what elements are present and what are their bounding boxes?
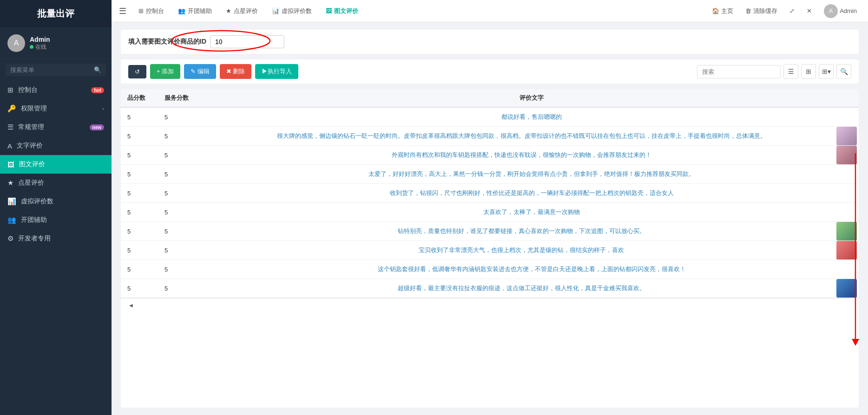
nav-admin-user[interactable]: A Admin xyxy=(820,2,861,20)
view-list-button[interactable]: ☰ xyxy=(783,64,798,79)
cell-review-text: 超级好看，最主要没有拉扯衣服的痕迹，这点做工还挺好，很人性化，真是千金难买我喜欢… xyxy=(204,279,859,298)
col-service: 服务分数 xyxy=(158,89,204,107)
nav-dashboard-icon: ⊞ xyxy=(138,7,144,14)
nav-star-review[interactable]: ★ 点星评价 xyxy=(220,4,263,18)
table-row: 55太喜欢了，太棒了，最满意一次购物 xyxy=(121,203,859,222)
sidebar-item-settings[interactable]: ☰ 常规管理 new xyxy=(0,118,112,136)
col-review-text: 评价文字 xyxy=(204,89,859,107)
sidebar-item-group-assist[interactable]: 👥 开团辅助 xyxy=(0,211,112,229)
refresh-button[interactable]: ↺ xyxy=(128,65,146,78)
cell-review-text: 很大牌的感觉，侧边镶的钻石一眨一眨的时尚。皮带扣皮革很高档跟大牌包包同款，很高档… xyxy=(204,127,859,146)
add-button[interactable]: + 添加 xyxy=(150,64,180,79)
table-row: 55宝贝收到了非常漂亮大气，也很上档次，尤其是镶的钻，很结实的样子，喜欢 xyxy=(121,241,859,260)
table-row: 55收到货了，钻很闪，尺寸也刚刚好，性价比还是挺高的，一辆好车必须得配一把上档次… xyxy=(121,184,859,203)
table-row: 55这个钥匙套很好看，低调奢华有内涵钥匙安装进去也方便，不管是白天还是晚上看，上… xyxy=(121,260,859,279)
col-score: 品分数 xyxy=(121,89,158,107)
search-icon: 🔍 xyxy=(94,66,101,73)
cell-service: 5 xyxy=(158,146,204,165)
cell-review-text: 宝贝收到了非常漂亮大气，也很上档次，尤其是镶的钻，很结实的样子，喜欢 xyxy=(204,241,859,260)
view-grid-button[interactable]: ⊞ xyxy=(801,64,816,79)
table-row: 55很大牌的感觉，侧边镶的钻石一眨一眨的时尚。皮带扣皮革很高档跟大牌包包同款，很… xyxy=(121,127,859,146)
permissions-icon: 🔑 xyxy=(7,104,16,113)
edit-button[interactable]: ✎ 编辑 xyxy=(184,64,216,79)
image-review-icon: 🖼 xyxy=(7,161,14,169)
table-header-row: 品分数 服务分数 评价文字 xyxy=(121,89,859,107)
text-icon: A xyxy=(7,142,12,150)
product-id-row: 填入需要图文评价商品的ID xyxy=(121,30,859,54)
cell-review-text: 都说好看，售后嗯嗯的 xyxy=(204,107,859,127)
nav-chart-icon: 📊 xyxy=(272,7,279,14)
table-row: 55超级好看，最主要没有拉扯衣服的痕迹，这点做工还挺好，很人性化，真是千金难买我… xyxy=(121,279,859,298)
table-bottom-bar: ◄ xyxy=(121,298,859,312)
cell-score: 5 xyxy=(121,146,158,165)
nav-dashboard[interactable]: ⊞ 控制台 xyxy=(133,4,170,18)
group-icon: 👥 xyxy=(7,216,16,224)
status-dot-icon xyxy=(30,45,33,49)
row-thumbnail xyxy=(836,146,857,164)
nav-home-button[interactable]: 🏠 主页 xyxy=(708,5,737,17)
close-icon: ✕ xyxy=(807,7,812,14)
nav-group-icon: 👥 xyxy=(178,7,185,14)
filter-icon: ⊞▾ xyxy=(822,68,831,75)
topnav-right-section: 🏠 主页 🗑 清除缓存 ⤢ ✕ A Admin xyxy=(708,2,861,20)
avatar: A xyxy=(7,34,25,52)
nav-image-icon: 🖼 xyxy=(326,7,332,14)
cell-service: 5 xyxy=(158,165,204,184)
sidebar-item-dashboard[interactable]: ⊞ 控制台 hot xyxy=(0,81,112,99)
cell-review-text: 收到货了，钻很闪，尺寸也刚刚好，性价比还是挺高的，一辆好车必须得配一把上档次的钥… xyxy=(204,184,859,203)
sidebar-search-box[interactable]: 🔍 xyxy=(6,64,106,76)
sidebar-user-section: A Admin 在线 xyxy=(0,28,112,59)
nav-clear-cache-button[interactable]: 🗑 清除缓存 xyxy=(742,5,781,17)
cell-score: 5 xyxy=(121,279,158,298)
cell-service: 5 xyxy=(158,203,204,222)
top-navbar: ☰ ⊞ 控制台 👥 开团辅助 ★ 点星评价 📊 虚拟评价数 🖼 图文评价 🏠 主… xyxy=(112,0,868,22)
cell-score: 5 xyxy=(121,260,158,279)
cell-score: 5 xyxy=(121,203,158,222)
chart-icon: 📊 xyxy=(7,197,16,206)
cell-service: 5 xyxy=(158,107,204,127)
advanced-search-button[interactable]: 🔍 xyxy=(836,64,851,79)
delete-button[interactable]: ✖ 删除 xyxy=(220,64,252,79)
user-status: 在线 xyxy=(30,43,50,51)
page-content: 填入需要图文评价商品的ID ↺ + 添加 ✎ 编辑 ✖ 删除 ▶执行导入 xyxy=(112,22,868,415)
app-logo: 批量出评 xyxy=(0,0,112,28)
cell-service: 5 xyxy=(158,222,204,241)
sidebar-item-developer[interactable]: ⚙ 开发者专用 xyxy=(0,229,112,248)
nav-virtual-score[interactable]: 📊 虚拟评价数 xyxy=(266,4,317,18)
chevron-right-icon: ‹ xyxy=(102,106,104,111)
sidebar: 批量出评 A Admin 在线 🔍 ⊞ 控制台 hot 🔑 权限管理 ‹ ☰ 常… xyxy=(0,0,112,415)
cell-score: 5 xyxy=(121,107,158,127)
nav-group-assist[interactable]: 👥 开团辅助 xyxy=(172,4,217,18)
sidebar-item-permissions[interactable]: 🔑 权限管理 ‹ xyxy=(0,99,112,118)
star-icon: ★ xyxy=(7,179,13,187)
search-input[interactable] xyxy=(10,66,94,73)
nav-close-button[interactable]: ✕ xyxy=(803,6,815,16)
sidebar-item-text-review[interactable]: A 文字评价 xyxy=(0,136,112,155)
dashboard-icon: ⊞ xyxy=(7,86,13,94)
nav-image-review[interactable]: 🖼 图文评价 xyxy=(320,4,364,18)
sidebar-item-star-review[interactable]: ★ 点星评价 xyxy=(0,174,112,192)
list-view-icon: ☰ xyxy=(788,68,794,75)
trash-icon: 🗑 xyxy=(745,7,751,14)
cell-review-text: 这个钥匙套很好看，低调奢华有内涵钥匙安装进去也方便，不管是白天还是晚上看，上面的… xyxy=(204,260,859,279)
import-button[interactable]: ▶执行导入 xyxy=(255,64,298,79)
nav-fullscreen-button[interactable]: ⤢ xyxy=(786,6,798,16)
product-id-input[interactable] xyxy=(210,35,284,48)
hot-badge: hot xyxy=(91,87,104,93)
username-label: Admin xyxy=(30,36,50,43)
cell-review-text: 钻特别亮，质量也特别好，谁见了都要链接，真心喜欢的一次购物，下次追图，可以放心买… xyxy=(204,222,859,241)
row-thumbnail xyxy=(836,279,857,298)
scroll-left-button[interactable]: ◄ xyxy=(125,301,137,310)
filter-button[interactable]: ⊞▾ xyxy=(819,64,834,79)
sidebar-item-virtual-score[interactable]: 📊 虚拟评价数 xyxy=(0,192,112,211)
table-row: 55钻特别亮，质量也特别好，谁见了都要链接，真心喜欢的一次购物，下次追图，可以放… xyxy=(121,222,859,241)
table-search-input[interactable] xyxy=(697,65,781,78)
table-row: 55都说好看，售后嗯嗯的 xyxy=(121,107,859,127)
sidebar-item-image-review[interactable]: 🖼 图文评价 xyxy=(0,155,112,174)
cell-service: 5 xyxy=(158,127,204,146)
home-icon: 🏠 xyxy=(712,7,719,14)
admin-avatar: A xyxy=(824,4,838,18)
hamburger-icon[interactable]: ☰ xyxy=(119,6,126,16)
new-badge: new xyxy=(90,124,104,130)
cell-review-text: 太喜欢了，太棒了，最满意一次购物 xyxy=(204,203,859,222)
